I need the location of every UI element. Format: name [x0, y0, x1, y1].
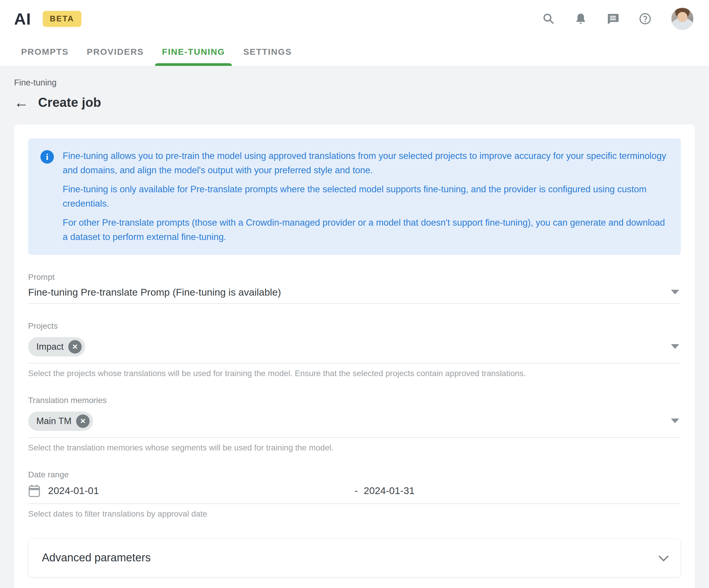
advanced-parameters-title: Advanced parameters	[42, 552, 151, 564]
prompt-field: Prompt Fine-tuning Pre-translate Promp (…	[28, 273, 681, 304]
info-paragraph: Fine-tuning allows you to pre-train the …	[63, 149, 668, 178]
tm-chip-label: Main TM	[36, 416, 72, 426]
info-icon: i	[41, 150, 54, 164]
projects-helper: Select the projects whose translations w…	[28, 369, 681, 378]
beta-badge: BETA	[43, 11, 81, 27]
info-paragraph: Fine-tuning is only available for Pre-tr…	[63, 183, 668, 211]
prompt-label: Prompt	[28, 273, 681, 282]
chevron-down-icon	[671, 419, 679, 423]
date-end-input[interactable]: - 2024-01-31	[354, 485, 415, 496]
tab-fine-tuning[interactable]: FINE-TUNING	[155, 37, 232, 66]
project-chip-label: Impact	[36, 341, 63, 352]
date-range-control: 2024-01-01 - 2024-01-31	[28, 484, 681, 504]
info-paragraph: For other Pre-translate prompts (those w…	[63, 216, 668, 244]
tab-prompts[interactable]: PROMPTS	[14, 37, 76, 66]
chevron-down-icon	[671, 290, 679, 295]
tab-providers[interactable]: PROVIDERS	[80, 37, 151, 66]
translation-memories-label: Translation memories	[28, 396, 681, 405]
tm-chip: Main TM ✕	[28, 412, 93, 431]
page-title: Create job	[38, 95, 101, 110]
advanced-parameters-accordion[interactable]: Advanced parameters	[28, 538, 681, 577]
remove-project-icon[interactable]: ✕	[68, 340, 82, 354]
app-logo: AI	[14, 9, 31, 28]
title-row: ← Create job	[14, 95, 695, 110]
search-icon[interactable]	[542, 12, 555, 25]
avatar[interactable]	[671, 7, 694, 30]
chat-icon[interactable]	[606, 12, 620, 25]
projects-select[interactable]: Impact ✕	[28, 335, 681, 364]
help-icon[interactable]	[639, 12, 652, 25]
info-banner-text: Fine-tuning allows you to pre-train the …	[63, 149, 668, 244]
bell-icon[interactable]	[574, 12, 587, 25]
breadcrumb: Fine-tuning	[14, 78, 695, 87]
date-range-helper: Select dates to filter translations by a…	[28, 509, 681, 519]
remove-tm-icon[interactable]: ✕	[76, 415, 89, 428]
topbar: AI BETA	[0, 0, 709, 37]
prompt-select[interactable]: Fine-tuning Pre-translate Promp (Fine-tu…	[28, 286, 681, 304]
calendar-icon	[28, 484, 41, 498]
date-end-value: 2024-01-31	[364, 485, 415, 496]
date-separator: -	[354, 485, 358, 496]
date-range-field: Date range 2024-01-01	[28, 470, 681, 519]
projects-label: Projects	[28, 321, 681, 331]
main-content: Fine-tuning ← Create job i Fine-tuning a…	[0, 78, 709, 588]
projects-field: Projects Impact ✕ Select the projects wh…	[28, 321, 681, 378]
tab-settings[interactable]: SETTINGS	[236, 37, 299, 66]
date-start-input[interactable]: 2024-01-01	[28, 484, 354, 498]
app-header: AI BETA	[0, 0, 709, 66]
date-range-label: Date range	[28, 470, 681, 479]
info-banner: i Fine-tuning allows you to pre-train th…	[28, 138, 681, 255]
tab-bar: PROMPTS PROVIDERS FINE-TUNING SETTINGS	[0, 37, 709, 66]
translation-memories-field: Translation memories Main TM ✕ Select th…	[28, 396, 681, 452]
chevron-down-icon	[659, 552, 668, 561]
translation-memories-select[interactable]: Main TM ✕	[28, 410, 681, 438]
translation-memories-helper: Select the translation memories whose se…	[28, 443, 681, 452]
project-chip: Impact ✕	[28, 337, 85, 357]
topbar-icons	[542, 7, 694, 30]
chevron-down-icon	[671, 344, 679, 349]
date-row: 2024-01-01 - 2024-01-31	[28, 484, 681, 498]
date-start-value: 2024-01-01	[48, 485, 99, 496]
create-job-card: i Fine-tuning allows you to pre-train th…	[14, 124, 695, 588]
prompt-value: Fine-tuning Pre-translate Promp (Fine-tu…	[28, 286, 281, 298]
back-arrow-icon[interactable]: ←	[14, 95, 29, 110]
